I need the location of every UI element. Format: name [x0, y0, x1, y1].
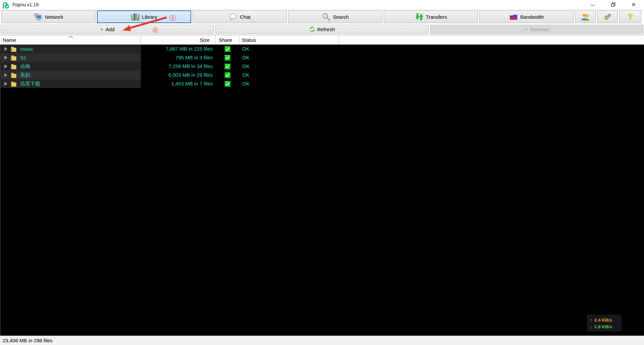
tab-search[interactable]: Search — [288, 10, 382, 23]
download-speed: 1.8 KB/s — [594, 324, 612, 329]
share-checkbox[interactable] — [215, 71, 239, 79]
folder-size: 7,256 MB in 34 files — [141, 62, 213, 71]
restore-icon — [611, 2, 615, 7]
tab-bandwidth[interactable]: Bandwidth — [479, 10, 574, 23]
name-cell: 美剧 — [1, 71, 141, 79]
magnifier-icon — [322, 12, 330, 21]
folder-icon — [10, 63, 17, 70]
users-button[interactable] — [575, 10, 596, 23]
share-status: OK — [239, 79, 339, 88]
column-divider[interactable] — [215, 35, 215, 45]
name-cell: S2 — [1, 53, 141, 62]
minus-icon: − — [525, 26, 528, 32]
share-checkbox[interactable] — [215, 45, 239, 53]
name-cell: 动画 — [1, 62, 141, 71]
share-checkbox[interactable] — [215, 79, 239, 88]
column-header-name[interactable]: Name — [3, 37, 16, 43]
share-checkbox[interactable] — [215, 62, 239, 71]
folder-name: 美剧 — [20, 72, 30, 78]
share-status: OK — [239, 62, 339, 71]
add-button-label: Add — [106, 26, 115, 32]
column-divider[interactable] — [141, 35, 141, 45]
column-header-share[interactable]: Share — [219, 37, 232, 43]
fopnu-logo-icon — [2, 1, 10, 9]
maximize-button[interactable] — [608, 1, 619, 9]
check-icon — [225, 55, 230, 60]
expand-arrow-icon[interactable] — [4, 82, 7, 86]
settings-button[interactable] — [597, 10, 618, 23]
speech-bubble-icon — [229, 13, 237, 21]
table-row[interactable]: 迅雷下载 1,463 MB in 7 files OK — [0, 79, 644, 88]
table-row[interactable]: 动画 7,256 MB in 34 files OK — [0, 62, 644, 71]
folder-name: music — [20, 46, 33, 52]
folder-icon — [10, 72, 17, 78]
remove-button-label: Remove — [530, 26, 549, 32]
expand-arrow-icon[interactable] — [4, 64, 7, 68]
close-button[interactable]: ✕ — [628, 1, 639, 9]
tab-label: Bandwidth — [520, 14, 544, 20]
share-checkbox[interactable] — [215, 53, 239, 62]
users-icon — [581, 13, 590, 21]
folder-size: 795 MB in 3 files — [141, 53, 213, 62]
plus-icon: + — [100, 26, 103, 32]
folder-icon — [10, 81, 17, 87]
tab-library[interactable]: Library — [97, 10, 191, 23]
tab-chat[interactable]: Chat — [193, 10, 287, 23]
gears-icon — [603, 13, 612, 21]
refresh-button[interactable]: Refresh — [215, 25, 429, 34]
status-bar: 23,406 MB in 298 files — [0, 336, 644, 345]
table-row[interactable]: 美剧 6,003 MB in 29 files OK — [0, 71, 644, 79]
computer-icon — [34, 13, 42, 21]
tab-network[interactable]: Network — [1, 10, 96, 23]
upload-speed: 2.4 KB/s — [594, 318, 612, 323]
column-header-size[interactable]: Size — [141, 37, 212, 43]
speed-overlay: ↑ 2.4 KB/s ↓ 1.8 KB/s — [587, 315, 622, 332]
area-chart-icon — [509, 13, 518, 20]
tab-label: Chat — [240, 14, 251, 20]
expand-arrow-icon[interactable] — [4, 47, 7, 51]
tab-transfers[interactable]: Transfers — [384, 10, 478, 23]
tab-label: Library — [142, 14, 157, 20]
check-icon — [225, 47, 230, 52]
download-arrow-icon: ↓ — [590, 324, 592, 329]
library-summary: 23,406 MB in 298 files — [3, 338, 52, 343]
annotation-step-1: 1 — [170, 15, 176, 21]
name-cell: music — [1, 45, 141, 53]
upload-arrow-icon: ↑ — [590, 318, 592, 323]
column-header-status[interactable]: Status — [242, 37, 256, 43]
column-divider[interactable] — [239, 35, 239, 45]
table-row[interactable]: music 7,887 MB in 225 files OK — [0, 45, 644, 53]
remove-button[interactable]: − Remove — [430, 25, 643, 34]
books-icon — [131, 12, 140, 21]
expand-arrow-icon[interactable] — [4, 73, 7, 77]
check-icon — [225, 81, 230, 86]
help-button[interactable]: ? — [619, 10, 641, 23]
tab-label: Search — [333, 14, 349, 20]
tab-label: Transfers — [426, 14, 447, 20]
table-row[interactable]: S2 795 MB in 3 files OK — [0, 53, 644, 62]
minimize-button[interactable]: — — [587, 1, 598, 9]
add-button[interactable]: + Add — [1, 25, 214, 34]
tab-label: Network — [45, 14, 63, 20]
name-cell: 迅雷下载 — [1, 79, 141, 88]
share-status: OK — [239, 71, 339, 79]
annotation-step-2: 2 — [153, 27, 158, 32]
folder-icon — [10, 55, 17, 61]
folder-name: S2 — [20, 55, 26, 61]
title-bar: Fopnu v1.19 — ✕ — [0, 0, 644, 10]
column-divider[interactable] — [339, 35, 339, 45]
folder-size: 1,463 MB in 7 files — [141, 79, 213, 88]
folder-size: 7,887 MB in 225 files — [141, 45, 213, 53]
table-header: Name Size Share Status — [0, 35, 644, 45]
folder-icon — [10, 46, 17, 52]
folder-name: 动画 — [20, 63, 30, 70]
up-down-arrows-icon — [415, 12, 424, 21]
sort-ascending-icon — [68, 36, 73, 38]
check-icon — [225, 64, 230, 69]
window-title: Fopnu v1.19 — [12, 2, 39, 7]
folder-size: 6,003 MB in 29 files — [141, 71, 213, 79]
share-status: OK — [239, 53, 339, 62]
check-icon — [225, 73, 230, 78]
expand-arrow-icon[interactable] — [4, 56, 7, 60]
share-status: OK — [239, 45, 339, 53]
